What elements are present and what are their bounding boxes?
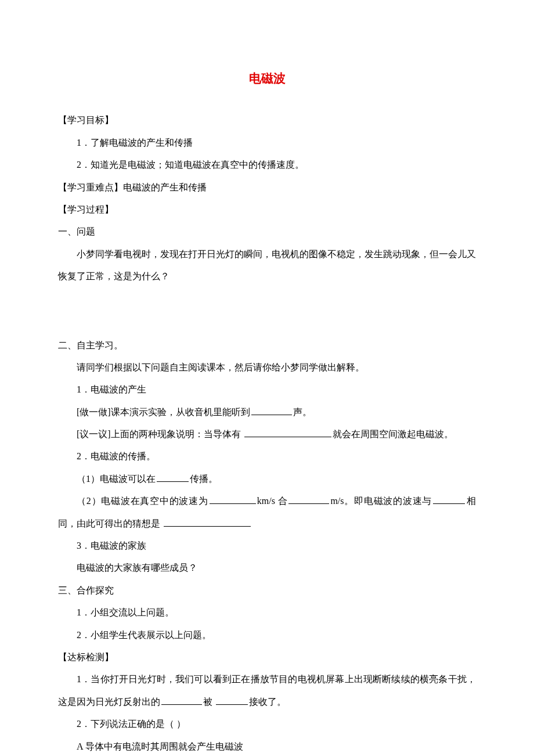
blank-q1-2[interactable] <box>216 695 248 705</box>
blank-q1-1[interactable] <box>161 695 202 705</box>
point1-title: 1．电磁波的产生 <box>58 379 476 401</box>
q1c: 接收了。 <box>249 697 286 707</box>
point3-title: 3．电磁波的家族 <box>58 535 476 557</box>
point1-discuss-pre: [议一议]上面的两种现象说明：当导体有 <box>77 429 243 439</box>
section3-head: 三、合作探究 <box>58 579 476 602</box>
process-heading: 【学习过程】 <box>58 199 476 221</box>
check-q2: 2．下列说法正确的是（ ） <box>58 713 476 735</box>
section1-body: 小梦同学看电视时，发现在打开日光灯的瞬间，电视机的图像不稳定，发生跳动现象，但一… <box>58 243 476 288</box>
spacer <box>58 288 476 334</box>
blank-discuss[interactable] <box>244 427 331 437</box>
goals-heading: 【学习目标】 <box>58 109 476 131</box>
p22b: km/s 合 <box>257 496 288 506</box>
point1-do: [做一做]课本演示实验，从收音机里能听到声。 <box>58 401 476 423</box>
page-title: 电磁波 <box>58 64 476 93</box>
blank-kms[interactable] <box>210 494 256 504</box>
point2-sub1-pre: （1）电磁波可以在 <box>77 474 156 484</box>
blank-medium[interactable] <box>157 472 189 482</box>
section2-intro: 请同学们根据以下问题自主阅读课本，然后请你给小梦同学做出解释。 <box>58 357 476 379</box>
point1-discuss: [议一议]上面的两种现象说明：当导体有 就会在周围空间激起电磁波。 <box>58 423 476 445</box>
point1-do-post: 声。 <box>293 407 312 417</box>
q1b: 被 <box>203 697 215 707</box>
difficulty-label: 【学习重难点】 <box>58 182 123 192</box>
goal-item-1: 1．了解电磁波的产生和传播 <box>58 132 476 154</box>
section3-item1: 1．小组交流以上问题。 <box>58 602 476 624</box>
section2-head: 二、自主学习。 <box>58 334 476 357</box>
blank-do[interactable] <box>251 405 292 415</box>
p22a: （2）电磁波在真空中的波速为 <box>77 496 208 506</box>
point2-title: 2．电磁波的传播。 <box>58 445 476 467</box>
difficulty-text: 电磁波的产生和传播 <box>123 182 207 192</box>
check-heading: 【达标检测】 <box>58 646 476 668</box>
blank-same[interactable] <box>433 494 465 504</box>
p22c: m/s。即电磁波的波速与 <box>330 496 432 506</box>
point3-body: 电磁波的大家族有哪些成员？ <box>58 557 476 579</box>
point1-do-pre: [做一做]课本演示实验，从收音机里能听到 <box>77 407 250 417</box>
goal-item-2: 2．知道光是电磁波；知道电磁波在真空中的传播速度。 <box>58 154 476 176</box>
blank-guess[interactable] <box>164 517 251 527</box>
check-q2a: A 导体中有电流时其周围就会产生电磁波 <box>58 736 476 756</box>
section3-item2: 2．小组学生代表展示以上问题。 <box>58 624 476 646</box>
point2-sub1: （1）电磁波可以在传播。 <box>58 468 476 490</box>
blank-ms[interactable] <box>288 494 329 504</box>
difficulty-line: 【学习重难点】电磁波的产生和传播 <box>58 177 476 199</box>
point2-sub2: （2）电磁波在真空中的波速为km/s 合m/s。即电磁波的波速与相同，由此可得出… <box>58 490 476 535</box>
check-q1: 1．当你打开日光灯时，我们可以看到正在播放节目的电视机屏幕上出现断断续续的横亮条… <box>58 668 476 713</box>
point2-sub1-post: 传播。 <box>190 474 218 484</box>
point1-discuss-post: 就会在周围空间激起电磁波。 <box>333 429 453 439</box>
section1-head: 一、问题 <box>58 221 476 243</box>
